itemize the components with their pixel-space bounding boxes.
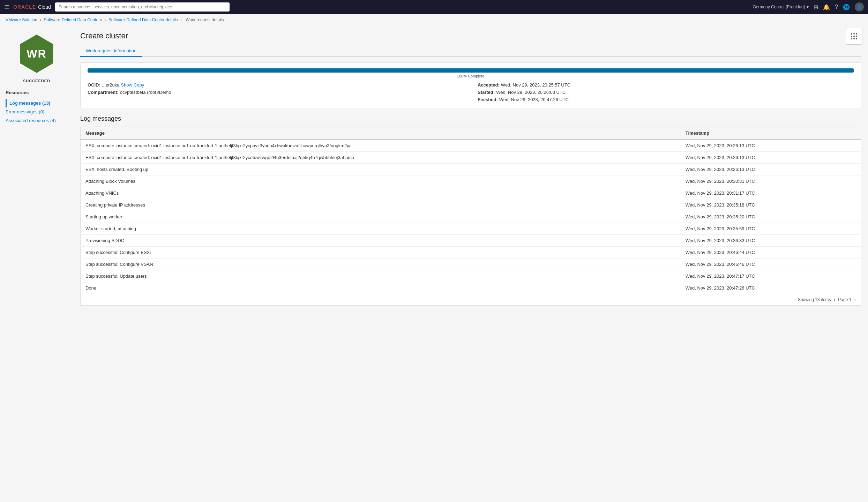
- finished-value: Wed, Nov 29, 2023, 20:47:26 UTC: [499, 97, 569, 102]
- progress-bar-bg: [88, 68, 854, 73]
- started-row: Started: Wed, Nov 29, 2023, 20:26:03 UTC: [478, 90, 854, 95]
- associated-resources-link[interactable]: Associated resources (4): [6, 118, 56, 123]
- breadcrumb-sep-3: ›: [180, 17, 183, 22]
- grid-icon[interactable]: ⊞: [814, 4, 818, 10]
- globe-icon[interactable]: 🌐: [843, 4, 850, 10]
- message-cell: Done: [81, 282, 681, 294]
- info-grid: OCID: ...er2uka Show Copy Accepted: Wed,…: [88, 82, 854, 102]
- table-row: Starting up worker Wed, Nov 29, 2023, 20…: [81, 211, 861, 223]
- hamburger-icon[interactable]: ☰: [4, 4, 9, 10]
- sidebar: WR SUCCEEDED Resources Log messages (13)…: [0, 26, 73, 500]
- started-label: Started:: [478, 90, 495, 95]
- table-row: Step successful: Configure VSAN Wed, Nov…: [81, 259, 861, 270]
- table-row: Step successful: Update users Wed, Nov 2…: [81, 270, 861, 282]
- breadcrumb-sddc-list[interactable]: Software-Defined Data Centers: [44, 17, 102, 22]
- help-widget[interactable]: [846, 28, 862, 45]
- breadcrumb-current: Work request details: [186, 17, 224, 22]
- finished-row: Finished: Wed, Nov 29, 2023, 20:47:26 UT…: [478, 97, 854, 102]
- timestamp-cell: Wed, Nov 29, 2023, 20:26:13 UTC: [681, 140, 861, 152]
- content-area: Create cluster Work request information …: [73, 26, 868, 500]
- dot-8: [853, 38, 855, 39]
- dot-3: [856, 33, 857, 35]
- breadcrumb-sddc-detail[interactable]: Software-Defined Data Center details: [108, 17, 178, 22]
- timestamp-cell: Wed, Nov 29, 2023, 20:47:17 UTC: [681, 270, 861, 282]
- resource-hexagon: WR: [17, 35, 56, 73]
- timestamp-cell: Wed, Nov 29, 2023, 20:26:13 UTC: [681, 152, 861, 164]
- dot-9: [856, 38, 857, 39]
- error-messages-link[interactable]: Error messages (0): [6, 109, 44, 114]
- message-cell: ESXi compute instance created: ocid1.ins…: [81, 152, 681, 164]
- resource-icon-section: WR SUCCEEDED: [6, 33, 68, 83]
- ocid-value: ...er2uka: [102, 82, 120, 88]
- log-messages-title: Log messages: [80, 115, 861, 122]
- timestamp-cell: Wed, Nov 29, 2023, 20:46:44 UTC: [681, 247, 861, 259]
- message-cell: Attaching Block Volumes: [81, 175, 681, 187]
- oracle-text: ORACLE: [13, 4, 36, 10]
- nav-right: Germany Central (Frankfurt) ▾ ⊞ 🔔 ? 🌐 👤: [753, 2, 864, 12]
- timestamp-cell: Wed, Nov 29, 2023, 20:35:59 UTC: [681, 223, 861, 235]
- sidebar-item-error-messages[interactable]: Error messages (0): [6, 107, 68, 116]
- timestamp-cell: Wed, Nov 29, 2023, 20:47:26 UTC: [681, 282, 861, 294]
- avatar[interactable]: 👤: [855, 2, 864, 12]
- table-row: Provisioning SDDC Wed, Nov 29, 2023, 20:…: [81, 235, 861, 247]
- message-cell: ESXi hosts created. Booting up.: [81, 164, 681, 175]
- message-cell: Worker started, attaching: [81, 223, 681, 235]
- prev-page-button[interactable]: ‹: [834, 297, 836, 302]
- table-footer: Showing 13 items ‹ Page 1 ›: [80, 294, 861, 306]
- table-row: Done Wed, Nov 29, 2023, 20:47:26 UTC: [81, 282, 861, 294]
- dot-7: [851, 38, 852, 39]
- accepted-value: Wed, Nov 29, 2023, 20:25:57 UTC: [501, 82, 570, 88]
- oracle-logo: ORACLE Cloud: [13, 4, 51, 10]
- compartment-label: Compartment:: [88, 90, 119, 95]
- table-row: Step successful: Configure ESXi Wed, Nov…: [81, 247, 861, 259]
- log-messages-link[interactable]: Log messages (13): [9, 100, 50, 106]
- breadcrumb-sep-2: ›: [105, 17, 107, 22]
- top-navigation: ☰ ORACLE Cloud Germany Central (Frankfur…: [0, 0, 868, 14]
- ocid-copy-link[interactable]: Copy: [134, 82, 144, 88]
- message-cell: ESXi compute instance created: ocid1.ins…: [81, 140, 681, 152]
- status-badge: SUCCEEDED: [23, 79, 50, 83]
- timestamp-cell: Wed, Nov 29, 2023, 20:36:33 UTC: [681, 235, 861, 247]
- accepted-row: Accepted: Wed, Nov 29, 2023, 20:25:57 UT…: [478, 82, 854, 88]
- timestamp-cell: Wed, Nov 29, 2023, 20:31:17 UTC: [681, 187, 861, 199]
- table-row: ESXi hosts created. Booting up. Wed, Nov…: [81, 164, 861, 175]
- table-row: ESXi compute instance created: ocid1.ins…: [81, 152, 861, 164]
- progress-bar-fill: [88, 68, 854, 73]
- col-timestamp: Timestamp: [681, 127, 861, 140]
- message-cell: Attaching VNICs: [81, 187, 681, 199]
- log-table-body: ESXi compute instance created: ocid1.ins…: [81, 140, 861, 294]
- main-layout: WR SUCCEEDED Resources Log messages (13)…: [0, 26, 868, 500]
- col-message: Message: [81, 127, 681, 140]
- log-messages-table: Message Timestamp ESXi compute instance …: [80, 127, 861, 294]
- breadcrumb-vmware[interactable]: VMware Solution: [6, 17, 37, 22]
- help-icon[interactable]: ?: [835, 4, 838, 10]
- message-cell: Step successful: Configure VSAN: [81, 259, 681, 270]
- tab-work-request-info[interactable]: Work request information: [80, 45, 142, 57]
- compartment-value: ocvptestbeta (root)/Demo: [120, 90, 171, 95]
- page-number: Page 1: [838, 297, 851, 302]
- sidebar-nav: Log messages (13) Error messages (0) Ass…: [6, 99, 68, 125]
- sidebar-item-associated-resources[interactable]: Associated resources (4): [6, 116, 68, 125]
- dot-2: [853, 33, 855, 35]
- timestamp-cell: Wed, Nov 29, 2023, 20:26:13 UTC: [681, 164, 861, 175]
- sidebar-item-log-messages[interactable]: Log messages (13): [6, 99, 68, 107]
- bell-icon[interactable]: 🔔: [823, 4, 830, 10]
- hexagon-wrap: WR: [16, 33, 58, 75]
- table-row: Attaching Block Volumes Wed, Nov 29, 202…: [81, 175, 861, 187]
- ocid-show-link[interactable]: Show: [121, 82, 132, 88]
- next-page-button[interactable]: ›: [854, 297, 856, 302]
- dot-1: [851, 33, 852, 35]
- message-cell: Step successful: Configure ESXi: [81, 247, 681, 259]
- progress-label: 100% Complete: [88, 74, 854, 78]
- ocid-row: OCID: ...er2uka Show Copy: [88, 82, 464, 88]
- table-row: Creating private IP addresses Wed, Nov 2…: [81, 199, 861, 211]
- table-row: Attaching VNICs Wed, Nov 29, 2023, 20:31…: [81, 187, 861, 199]
- ocid-label: OCID:: [88, 82, 100, 88]
- region-selector[interactable]: Germany Central (Frankfurt) ▾: [753, 5, 809, 9]
- timestamp-cell: Wed, Nov 29, 2023, 20:46:46 UTC: [681, 259, 861, 270]
- message-cell: Starting up worker: [81, 211, 681, 223]
- chevron-down-icon: ▾: [807, 5, 809, 9]
- search-input[interactable]: [55, 2, 230, 12]
- timestamp-cell: Wed, Nov 29, 2023, 20:35:20 UTC: [681, 211, 861, 223]
- region-label: Germany Central (Frankfurt): [753, 5, 805, 9]
